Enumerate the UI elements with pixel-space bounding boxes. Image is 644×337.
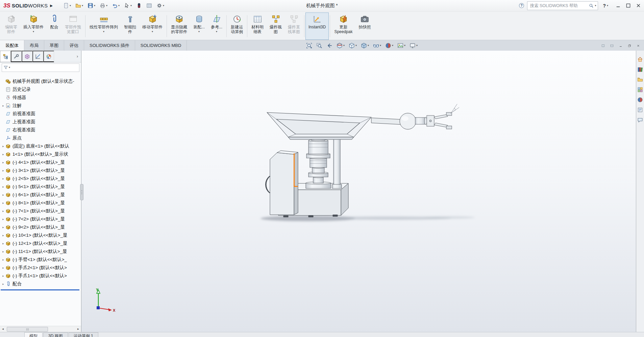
tree-filter-field[interactable]: ▾: [2, 63, 79, 72]
bom-button[interactable]: 材料明 细表: [248, 12, 267, 40]
tree-item[interactable]: ▸(-) 7<2> (默认<<默认>_显: [0, 215, 81, 223]
view-palette-tab[interactable]: [637, 86, 643, 93]
expand-arrow-icon[interactable]: ▸: [1, 169, 5, 172]
expand-arrow-icon[interactable]: ▸: [1, 234, 5, 237]
open-button[interactable]: ▾: [74, 1, 85, 10]
expand-arrow-icon[interactable]: ▸: [1, 185, 5, 188]
tree-item[interactable]: ▸(-) 3<1> (默认<<默认>_显: [0, 166, 81, 175]
search-icon[interactable]: [589, 3, 594, 8]
expand-arrow-icon[interactable]: ▸: [1, 217, 5, 221]
tree-item[interactable]: ▸(-) 6<1> (默认<<默认>_显: [0, 191, 81, 199]
panel-flyout-arrow[interactable]: ›: [74, 51, 81, 62]
doc-restore-button[interactable]: [626, 42, 633, 49]
view3d-tab[interactable]: 3D 视图: [43, 332, 68, 337]
tree-item[interactable]: ▸(-) 手臂<1> (默认<<默认>_: [0, 256, 81, 264]
displaymanager-tab[interactable]: [43, 51, 54, 62]
scroll-right-button[interactable]: ►: [75, 327, 81, 332]
tab-mbd[interactable]: SOLIDWORKS MBD: [135, 40, 187, 51]
custom-properties-tab[interactable]: [637, 107, 643, 113]
mate-button[interactable]: 配合: [47, 12, 62, 40]
expand-arrow-icon[interactable]: ▸: [1, 201, 5, 205]
tree-item[interactable]: ▸(-) 2<5> (默认<<默认>_显: [0, 175, 81, 183]
tree-item[interactable]: ▸(-) 8<1> (默认<<默认>_显: [0, 199, 81, 207]
tree-item[interactable]: ▸(-) 手爪2<1> (默认<<默认>: [0, 264, 81, 272]
design-library-tab[interactable]: [637, 66, 643, 72]
apply-scene-button[interactable]: ▾: [397, 42, 406, 49]
tab-layout[interactable]: 布局: [24, 40, 44, 51]
update-speedpak-button[interactable]: 更新 Speedpak: [331, 12, 355, 40]
edit-appearance-button[interactable]: ▾: [385, 42, 394, 49]
expand-arrow-icon[interactable]: ▸: [1, 177, 5, 180]
move-component-button[interactable]: 移动零部件▾: [139, 12, 166, 40]
tab-sketch[interactable]: 草图: [44, 40, 64, 51]
expand-arrow-icon[interactable]: ▸: [1, 104, 5, 107]
new-document-button[interactable]: ▾: [61, 1, 73, 10]
tree-item[interactable]: ▸(-) 10<1> (默认<<默认>_显: [0, 231, 81, 239]
tree-item[interactable]: 历史记录: [0, 85, 81, 94]
zoom-area-button[interactable]: [316, 42, 323, 49]
file-properties-button[interactable]: [145, 1, 154, 10]
graphics-area[interactable]: Y X: [81, 51, 636, 332]
tree-item[interactable]: ▸(-) 12<1> (默认<<默认>_显: [0, 239, 81, 248]
featuremanager-tab[interactable]: [0, 51, 11, 62]
expand-arrow-icon[interactable]: ▸: [1, 258, 5, 261]
undo-button[interactable]: ▾: [110, 1, 121, 10]
snapshot-button[interactable]: 拍快照: [355, 12, 374, 40]
tree-item[interactable]: ▸(-) 4<1> (默认<<默认>_显: [0, 158, 81, 166]
exploded-view-button[interactable]: 爆炸视 图: [267, 12, 285, 40]
select-button[interactable]: ▾: [122, 1, 133, 10]
search-dropdown-icon[interactable]: ▾: [595, 4, 596, 7]
tree-item[interactable]: ▸1<1> (默认<<默认>_显示状: [0, 150, 81, 158]
tree-item[interactable]: ▸(-) 9<2> (默认<<默认>_显: [0, 223, 81, 231]
file-explorer-tab[interactable]: [637, 76, 643, 82]
tree-item[interactable]: ▸(固定) 底座<1> (默认<<默认: [0, 142, 81, 150]
tree-item[interactable]: ▸(-) 5<1> (默认<<默认>_显: [0, 183, 81, 191]
tree-item[interactable]: ▸(-) 11<1> (默认<<默认>_显: [0, 248, 81, 256]
scrollbar-thumb[interactable]: [7, 327, 48, 332]
expand-arrow-icon[interactable]: ▸: [1, 242, 5, 245]
tree-item[interactable]: 传感器: [0, 94, 81, 102]
tree-item[interactable]: 前视基准面: [0, 110, 81, 118]
model-tab[interactable]: 模型: [24, 332, 43, 337]
filter-dropdown-icon[interactable]: ▾: [9, 66, 10, 69]
expand-arrow-icon[interactable]: ▸: [1, 209, 5, 213]
tree-item[interactable]: ▸(-) 7<1> (默认<<默认>_显: [0, 207, 81, 215]
expand-arrow-icon[interactable]: ▸: [1, 161, 5, 164]
zoom-fit-button[interactable]: [306, 42, 313, 49]
tree-item[interactable]: ▸A注解: [0, 102, 81, 110]
expand-arrow-icon[interactable]: ▸: [1, 193, 5, 197]
show-hidden-components-button[interactable]: 显示隐藏 的零部件: [168, 12, 190, 40]
tree-item[interactable]: 机械手外观图 (默认<显示状态-: [0, 77, 81, 85]
expand-arrow-icon[interactable]: ▸: [1, 153, 5, 156]
tree-item[interactable]: ▸配合: [0, 280, 81, 288]
motion-study1-tab[interactable]: 运动算例 1: [69, 332, 98, 337]
smart-fasteners-button[interactable]: 智能扣 件: [121, 12, 139, 40]
doc-minimize-button[interactable]: [617, 42, 624, 49]
expand-arrow-icon[interactable]: ▸: [1, 282, 5, 286]
print-button[interactable]: ▾: [98, 1, 109, 10]
help-menu-button[interactable]: ? ▾: [601, 3, 610, 9]
rebuild-button[interactable]: [134, 1, 144, 10]
close-button[interactable]: [633, 1, 643, 10]
tree-item[interactable]: ▸(-) 手爪1<1> (默认<<默认>: [0, 272, 81, 280]
expand-arrow-icon[interactable]: ▸: [1, 145, 5, 148]
view-settings-button[interactable]: ▾: [409, 42, 418, 49]
appearances-scenes-tab[interactable]: [637, 97, 643, 103]
explode-line-sketch-button[interactable]: 爆炸直 线草图: [285, 12, 303, 40]
filter-funnel-icon[interactable]: [3, 65, 8, 70]
reference-geometry-button[interactable]: 参考...▾: [208, 12, 225, 40]
expand-arrow-icon[interactable]: ▸: [1, 274, 5, 278]
forum-tab[interactable]: [637, 117, 643, 123]
options-button[interactable]: ▾: [155, 1, 166, 10]
panel-splitter-handle[interactable]: [80, 184, 83, 200]
tile-windows-button[interactable]: [599, 42, 607, 49]
help-search-input[interactable]: [529, 3, 588, 8]
panel-horizontal-scrollbar[interactable]: ◄ ►: [0, 326, 81, 332]
hide-show-items-button[interactable]: ▾: [373, 42, 381, 49]
section-view-button[interactable]: ▾: [336, 42, 345, 49]
save-button[interactable]: ▾: [86, 1, 97, 10]
display-style-button[interactable]: ▾: [361, 42, 369, 49]
tree-item[interactable]: 上视基准面: [0, 118, 81, 126]
scroll-left-button[interactable]: ◄: [0, 327, 6, 332]
propertymanager-tab[interactable]: [11, 51, 22, 62]
